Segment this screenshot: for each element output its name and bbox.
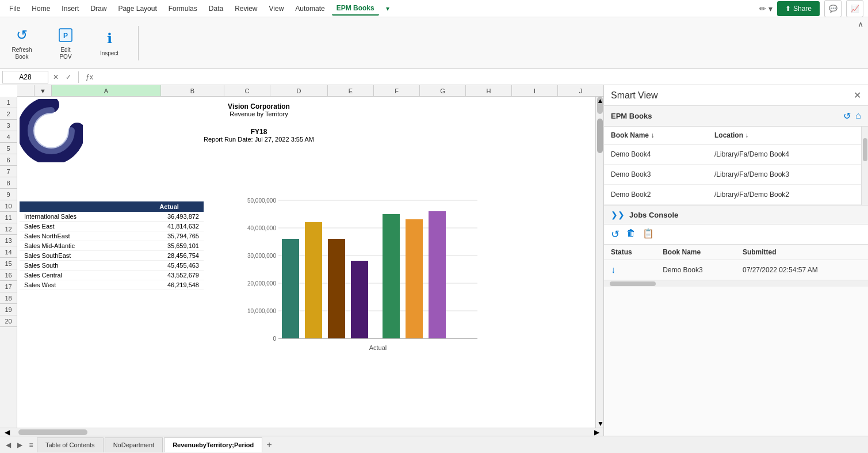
add-sheet-button[interactable]: + [263, 439, 275, 451]
col-header-G[interactable]: G [420, 85, 466, 96]
menu-more-icon[interactable]: ▾ [381, 2, 394, 15]
row-num-1[interactable]: 1 [0, 97, 17, 108]
row-label-7[interactable]: Sales West [20, 280, 135, 290]
scrollbar-thumb-h[interactable] [18, 429, 87, 435]
row-label-2[interactable]: Sales NorthEast [20, 231, 135, 241]
row-num-6[interactable]: 6 [0, 154, 17, 166]
menu-data[interactable]: Data [204, 2, 228, 15]
sheet-tab-nodepartment[interactable]: NoDepartment [105, 437, 163, 452]
row-num-19[interactable]: 19 [0, 304, 17, 315]
row-value-3[interactable]: 35,659,101 [135, 241, 204, 251]
epm-books-refresh-icon[interactable]: ↺ [843, 111, 851, 121]
row-label-0[interactable]: International Sales [20, 212, 135, 222]
share-button[interactable]: ⬆ Share [777, 1, 820, 16]
jobs-horizontal-scrollbar[interactable] [604, 280, 868, 287]
col-header-row-selector[interactable]: ▼ [35, 85, 52, 96]
cell-reference-input[interactable] [2, 71, 48, 83]
menu-formulas[interactable]: Formulas [164, 2, 202, 15]
row-num-3[interactable]: 3 [0, 120, 17, 131]
jobs-col-submitted[interactable]: Submitted [736, 245, 868, 260]
row-num-8[interactable]: 8 [0, 177, 17, 189]
col-header-I[interactable]: I [512, 85, 558, 96]
row-num-4[interactable]: 4 [0, 131, 17, 143]
row-num-12[interactable]: 12 [0, 223, 17, 235]
row-num-7[interactable]: 7 [0, 166, 17, 177]
row-num-18[interactable]: 18 [0, 292, 17, 304]
row-label-1[interactable]: Sales East [20, 222, 135, 231]
book-name-1[interactable]: Demo Book3 [604, 165, 708, 185]
list-item[interactable]: Demo Book3 /Library/Fa/Demo Book3 [604, 165, 868, 185]
job-book-0[interactable]: Demo Book3 [656, 260, 736, 280]
row-num-5[interactable]: 5 [0, 143, 17, 154]
epm-books-home-icon[interactable]: ⌂ [855, 111, 861, 121]
vertical-scrollbar[interactable]: ▲ ▼ [595, 97, 603, 428]
col-header-C[interactable]: C [224, 85, 270, 96]
jobs-col-status[interactable]: Status [604, 245, 656, 260]
bar-2[interactable] [328, 239, 345, 338]
col-header-E[interactable]: E [328, 85, 374, 96]
bar-4[interactable] [383, 214, 400, 338]
sheet-tab-revenue[interactable]: RevenuebyTerritory;Period [164, 437, 262, 452]
row-value-7[interactable]: 46,219,548 [135, 280, 204, 290]
tab-nav-prev-button[interactable]: ◀ [2, 439, 14, 451]
chart-icon[interactable]: 📈 [846, 0, 863, 17]
row-label-3[interactable]: Sales Mid-Atlantic [20, 241, 135, 251]
book-name-0[interactable]: Demo Book4 [604, 144, 708, 165]
tab-nav-next-button[interactable]: ▶ [14, 439, 25, 451]
col-header-book-name[interactable]: Book Name ↓ [604, 127, 708, 144]
jobs-col-book-name[interactable]: Book Name [656, 245, 736, 260]
edit-pov-button[interactable]: P EditPOV [48, 24, 83, 63]
row-num-13[interactable]: 13 [0, 235, 17, 246]
menu-draw[interactable]: Draw [86, 2, 111, 15]
scroll-right-arrow[interactable]: ▶ [591, 428, 602, 436]
formula-bar-x-icon[interactable]: ✕ [51, 73, 61, 81]
row-value-0[interactable]: 36,493,872 [135, 212, 204, 222]
menu-review[interactable]: Review [230, 2, 262, 15]
menu-view[interactable]: View [265, 2, 289, 15]
col-header-location[interactable]: Location ↓ [708, 127, 868, 144]
row-num-15[interactable]: 15 [0, 258, 17, 269]
jobs-table-row[interactable]: ↓ Demo Book3 07/27/2022 02:54:57 AM [604, 260, 868, 280]
inspect-button[interactable]: ℹ Inspect [92, 27, 127, 59]
row-label-6[interactable]: Sales Central [20, 271, 135, 280]
sv-scrollbar-thumb[interactable] [863, 138, 867, 161]
bar-0[interactable] [282, 239, 299, 338]
row-label-5[interactable]: Sales South [20, 261, 135, 271]
formula-input[interactable] [98, 71, 866, 83]
row-num-17[interactable]: 17 [0, 281, 17, 292]
bar-3[interactable] [351, 261, 368, 338]
menu-automate[interactable]: Automate [290, 2, 329, 15]
comment-icon[interactable]: 💬 [824, 0, 842, 17]
menu-page-layout[interactable]: Page Layout [113, 2, 161, 15]
menu-file[interactable]: File [5, 2, 25, 15]
jobs-console-expand-icon[interactable]: ❯❯ [611, 210, 625, 219]
row-num-10[interactable]: 10 [0, 200, 17, 212]
row-value-4[interactable]: 28,456,754 [135, 251, 204, 261]
row-num-9[interactable]: 9 [0, 189, 17, 200]
row-value-2[interactable]: 35,794,765 [135, 231, 204, 241]
bar-5[interactable] [406, 219, 423, 338]
menu-home[interactable]: Home [27, 2, 55, 15]
col-header-A[interactable]: A [52, 85, 161, 96]
row-value-5[interactable]: 45,455,463 [135, 261, 204, 271]
horizontal-scrollbar[interactable]: ◀ ▶ [0, 428, 603, 436]
jobs-details-button[interactable]: 📋 [643, 228, 654, 241]
col-header-B[interactable]: B [161, 85, 224, 96]
col-header-D[interactable]: D [270, 85, 328, 96]
row-value-6[interactable]: 43,552,679 [135, 271, 204, 280]
col-header-H[interactable]: H [466, 85, 512, 96]
row-value-1[interactable]: 41,814,632 [135, 222, 204, 231]
row-num-14[interactable]: 14 [0, 246, 17, 258]
scroll-left-arrow[interactable]: ◀ [1, 428, 13, 436]
book-name-2[interactable]: Demo Book2 [604, 185, 708, 205]
bar-6[interactable] [429, 211, 446, 338]
grid-cells[interactable]: Vision Corporation Revenue by Territory … [17, 97, 603, 428]
menu-insert[interactable]: Insert [57, 2, 83, 15]
scrollbar-up-arrow[interactable]: ▲ [597, 97, 603, 114]
jobs-scroll-thumb[interactable] [610, 281, 656, 286]
jobs-console-header[interactable]: ❯❯ Jobs Console [604, 205, 868, 224]
row-num-11[interactable]: 11 [0, 212, 17, 223]
bar-1[interactable] [305, 222, 322, 338]
tab-menu-button[interactable]: ≡ [25, 439, 37, 451]
toolbar-collapse-button[interactable]: ∧ [858, 20, 863, 29]
